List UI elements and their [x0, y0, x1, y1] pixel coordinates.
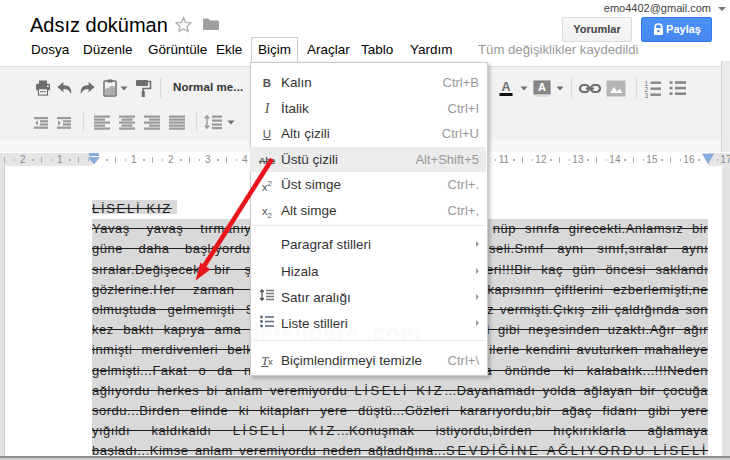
svg-text:A: A: [538, 81, 546, 93]
svg-text:A: A: [501, 80, 510, 94]
svg-text:3: 3: [645, 92, 649, 98]
